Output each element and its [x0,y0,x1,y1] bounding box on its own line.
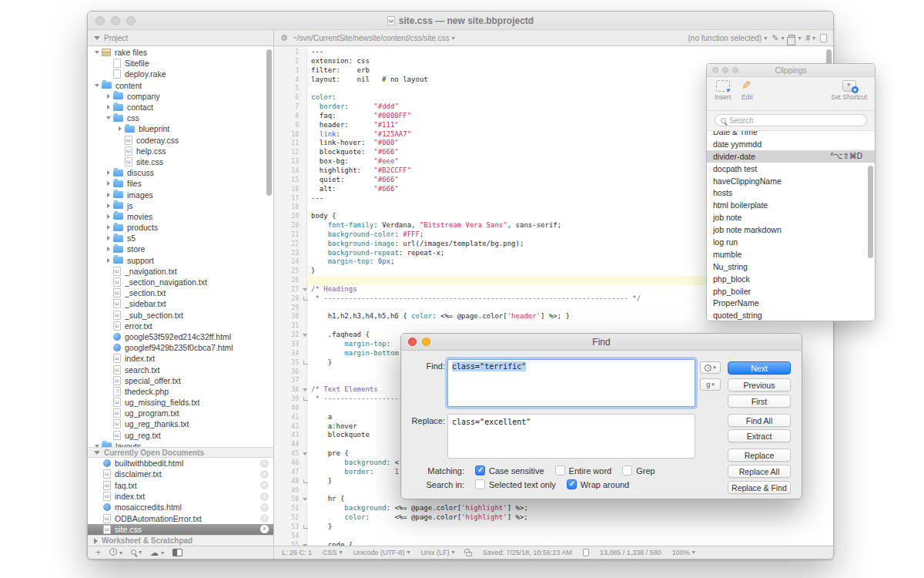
disclosure-closed-icon[interactable] [104,258,113,263]
marker-menu[interactable] [805,34,815,42]
fold-open-icon[interactable] [300,331,311,340]
history-menu[interactable] [109,548,122,557]
disclosure-closed-icon[interactable] [104,193,113,197]
tree-item[interactable]: movies [88,211,273,222]
find-input[interactable]: class="terrific" [447,359,695,407]
tree-item[interactable]: contact [88,102,273,113]
tree-item[interactable]: site.css [88,156,273,167]
clipping-item[interactable]: hosts [707,187,875,199]
close-document-icon[interactable]: × [260,481,269,489]
checkbox-icon[interactable] [567,479,577,489]
zoom-menu[interactable]: 100% [672,549,695,556]
find-all-button[interactable]: Find All [728,414,791,427]
insert-clipping-button[interactable]: Insert [715,80,731,101]
fold-open-icon[interactable] [300,495,311,504]
tree-item[interactable]: css [88,113,273,123]
tree-item[interactable]: _sidebar.txt [88,298,273,309]
replace-all-button[interactable]: Replace All [728,465,791,478]
open-document-item[interactable]: builtwithbbedit.html× [88,458,273,469]
editor-line[interactable]: 54 [274,532,833,541]
clipping-item[interactable]: divider-date^⌥⇧⌘D [707,150,875,163]
set-shortcut-button[interactable]: Set Shortcut [831,80,867,101]
fold-end-icon[interactable] [300,294,311,304]
previous-button[interactable]: Previous [728,378,791,391]
tree-item[interactable]: rake files [88,47,273,58]
tree-item[interactable]: _section.txt [88,287,273,298]
find-title-bar[interactable]: Find [401,334,802,351]
extract-button[interactable]: Extract [728,429,791,442]
replace-find-button[interactable]: Replace & Find [728,481,791,494]
pencil-menu[interactable] [772,33,784,43]
tree-item[interactable]: google53f592ed214c32ff.html [88,331,273,342]
open-document-item[interactable]: index.txt× [88,491,273,502]
checkbox-wrap-around[interactable]: Wrap around [567,479,629,489]
fold-end-icon[interactable] [300,523,311,532]
tree-item[interactable]: googlef9429b235f0cbca7.html [88,342,273,353]
sidebar-toggle[interactable] [172,549,182,556]
fold-open-icon[interactable] [300,285,311,294]
disclosure-closed-icon[interactable] [104,247,113,251]
tree-item[interactable]: files [88,178,273,189]
tree-item[interactable]: index.txt [88,353,273,364]
tree-item[interactable]: ug_missing_fields.txt [88,397,273,408]
checkbox-case-sensitive[interactable]: Case sensitive [475,465,544,476]
checkbox-icon[interactable] [475,465,485,476]
fold-end-icon[interactable] [300,358,311,368]
grep-patterns-menu[interactable]: g [700,378,721,391]
file-path-menu[interactable]: ~/svn/CurrentSite/newsite/content/css/si… [293,34,455,42]
checkbox-grep[interactable]: Grep [622,465,654,476]
tree-item[interactable]: js [88,200,273,211]
checkbox-icon[interactable] [555,465,565,476]
disclosure-closed-icon[interactable] [116,126,125,131]
clipping-item[interactable]: quoted_string [707,309,875,321]
project-section-header[interactable]: Project [88,30,274,45]
disclosure-closed-icon[interactable] [104,225,113,230]
preview-button[interactable] [820,34,827,42]
add-button[interactable]: + [95,547,101,558]
close-document-icon[interactable]: × [260,470,269,479]
checkbox-icon[interactable] [622,465,632,476]
tree-item[interactable]: ug_program.txt [88,408,273,418]
disclosure-closed-icon[interactable] [104,94,113,99]
disclosure-open-icon[interactable] [92,84,102,87]
fold-open-icon[interactable] [300,449,311,459]
tree-item[interactable]: ug_reg.txt [88,430,273,441]
disclosure-closed-icon[interactable] [104,105,113,109]
editor-line[interactable]: 55 code { [274,541,833,546]
open-documents-section-header[interactable]: Currently Open Documents [88,447,273,458]
clipping-item[interactable]: date yymmdd [707,138,875,150]
tree-item[interactable]: coderay.css [88,135,273,146]
clipping-item[interactable]: ProperName [707,297,875,309]
tree-item[interactable]: blueprint [88,123,273,134]
search-history-menu[interactable] [700,361,721,374]
unlock-icon[interactable] [466,552,472,556]
search-menu[interactable] [131,549,142,556]
close-document-icon[interactable]: × [260,503,269,512]
disclosure-closed-icon[interactable] [104,236,113,240]
fold-open-icon[interactable] [300,385,311,395]
tree-item[interactable]: _section_navigation.txt [88,277,273,287]
tree-item[interactable]: deploy.rake [88,69,273,79]
scm-menu[interactable] [150,548,164,558]
tree-item[interactable]: search.txt [88,364,273,375]
tree-item[interactable]: images [88,189,273,200]
sidebar-scrollbar[interactable] [266,49,272,196]
language-menu[interactable]: CSS [323,549,343,556]
next-button[interactable]: Next [728,361,791,375]
tree-item[interactable]: s5 [88,233,273,244]
tree-item[interactable]: company [88,91,273,102]
tree-item[interactable]: _navigation.txt [88,266,273,277]
fold-open-icon[interactable] [300,541,311,546]
clipping-item[interactable]: log run [707,236,875,248]
clippings-title-bar[interactable]: Clippings [707,64,875,77]
tree-item[interactable]: support [88,255,273,266]
clipping-item[interactable]: mumble [707,248,875,260]
editor-line[interactable]: 51 background: <%= @page.color['highligh… [274,504,833,513]
tree-item[interactable]: content [88,80,273,91]
clippings-search-field[interactable]: Search [715,114,867,126]
clipping-item[interactable]: html boilerplate [707,199,875,211]
tree-item[interactable]: error.txt [88,321,273,331]
open-document-item[interactable]: site.css× [88,524,273,535]
editor-line[interactable]: 53 } [274,523,833,532]
editor-line[interactable]: 1--- [274,48,833,57]
